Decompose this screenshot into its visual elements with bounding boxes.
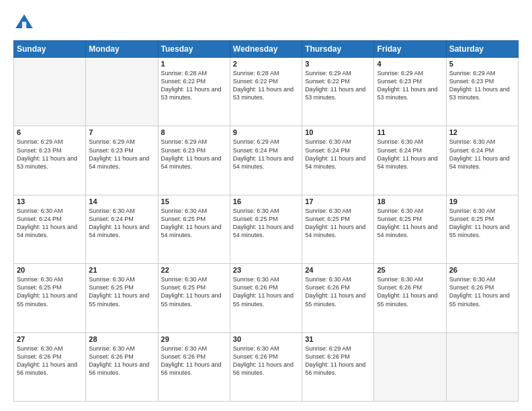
calendar-cell: 27Sunrise: 6:30 AMSunset: 6:26 PMDayligh… (14, 332, 86, 401)
calendar-week-1: 1Sunrise: 6:28 AMSunset: 6:22 PMDaylight… (14, 58, 519, 126)
calendar-cell: 7Sunrise: 6:29 AMSunset: 6:23 PMDaylight… (86, 126, 158, 195)
calendar-cell: 8Sunrise: 6:29 AMSunset: 6:23 PMDaylight… (158, 126, 230, 195)
day-number: 13 (17, 197, 83, 205)
cell-info: Sunrise: 6:30 AMSunset: 6:24 PMDaylight:… (305, 138, 371, 171)
calendar-cell: 6Sunrise: 6:29 AMSunset: 6:23 PMDaylight… (14, 126, 86, 195)
calendar-week-3: 13Sunrise: 6:30 AMSunset: 6:24 PMDayligh… (14, 195, 519, 263)
calendar-cell (14, 58, 86, 126)
day-number: 3 (305, 60, 371, 68)
calendar-cell: 11Sunrise: 6:30 AMSunset: 6:24 PMDayligh… (374, 126, 446, 195)
calendar-cell: 9Sunrise: 6:29 AMSunset: 6:24 PMDaylight… (230, 126, 302, 195)
day-number: 9 (233, 128, 299, 136)
cell-info: Sunrise: 6:28 AMSunset: 6:22 PMDaylight:… (233, 69, 299, 102)
cell-info: Sunrise: 6:30 AMSunset: 6:25 PMDaylight:… (449, 207, 515, 240)
calendar-cell: 22Sunrise: 6:30 AMSunset: 6:25 PMDayligh… (158, 264, 230, 332)
day-number: 16 (233, 197, 299, 205)
cell-info: Sunrise: 6:30 AMSunset: 6:26 PMDaylight:… (89, 345, 154, 377)
calendar-cell: 31Sunrise: 6:29 AMSunset: 6:26 PMDayligh… (302, 332, 374, 401)
calendar-cell: 12Sunrise: 6:30 AMSunset: 6:24 PMDayligh… (446, 126, 518, 195)
cell-info: Sunrise: 6:30 AMSunset: 6:25 PMDaylight:… (377, 207, 443, 240)
calendar-cell: 10Sunrise: 6:30 AMSunset: 6:24 PMDayligh… (302, 126, 374, 195)
calendar-cell: 25Sunrise: 6:30 AMSunset: 6:26 PMDayligh… (374, 264, 446, 332)
calendar-cell: 30Sunrise: 6:30 AMSunset: 6:26 PMDayligh… (230, 332, 302, 401)
calendar-cell: 13Sunrise: 6:30 AMSunset: 6:24 PMDayligh… (14, 195, 86, 263)
cell-info: Sunrise: 6:29 AMSunset: 6:22 PMDaylight:… (305, 69, 371, 102)
calendar-cell: 24Sunrise: 6:30 AMSunset: 6:26 PMDayligh… (302, 264, 374, 332)
cell-info: Sunrise: 6:30 AMSunset: 6:26 PMDaylight:… (17, 345, 83, 377)
calendar-cell: 14Sunrise: 6:30 AMSunset: 6:24 PMDayligh… (86, 195, 158, 263)
calendar-week-4: 20Sunrise: 6:30 AMSunset: 6:25 PMDayligh… (14, 264, 519, 332)
calendar-cell: 26Sunrise: 6:30 AMSunset: 6:26 PMDayligh… (446, 264, 518, 332)
calendar-cell: 20Sunrise: 6:30 AMSunset: 6:25 PMDayligh… (14, 264, 86, 332)
cell-info: Sunrise: 6:29 AMSunset: 6:24 PMDaylight:… (233, 138, 299, 171)
day-number: 20 (17, 266, 83, 274)
cell-info: Sunrise: 6:29 AMSunset: 6:23 PMDaylight:… (89, 138, 154, 171)
page: SundayMondayTuesdayWednesdayThursdayFrid… (0, 0, 532, 411)
calendar-cell: 1Sunrise: 6:28 AMSunset: 6:22 PMDaylight… (158, 58, 230, 126)
cell-info: Sunrise: 6:30 AMSunset: 6:25 PMDaylight:… (233, 207, 299, 240)
day-number: 12 (449, 128, 515, 136)
cell-info: Sunrise: 6:30 AMSunset: 6:26 PMDaylight:… (449, 275, 515, 308)
calendar-cell: 23Sunrise: 6:30 AMSunset: 6:26 PMDayligh… (230, 264, 302, 332)
day-number: 11 (377, 128, 443, 136)
day-header-thursday: Thursday (302, 41, 374, 58)
calendar-week-5: 27Sunrise: 6:30 AMSunset: 6:26 PMDayligh… (14, 332, 519, 401)
cell-info: Sunrise: 6:30 AMSunset: 6:26 PMDaylight:… (233, 345, 299, 377)
day-number: 6 (17, 128, 83, 136)
day-number: 30 (233, 335, 299, 343)
cell-info: Sunrise: 6:30 AMSunset: 6:24 PMDaylight:… (89, 207, 154, 240)
cell-info: Sunrise: 6:30 AMSunset: 6:24 PMDaylight:… (377, 138, 443, 171)
calendar-cell (374, 332, 446, 401)
cell-info: Sunrise: 6:30 AMSunset: 6:26 PMDaylight:… (377, 275, 443, 308)
day-number: 28 (89, 335, 154, 343)
day-number: 17 (305, 197, 371, 205)
calendar-cell: 5Sunrise: 6:29 AMSunset: 6:23 PMDaylight… (446, 58, 518, 126)
cell-info: Sunrise: 6:30 AMSunset: 6:26 PMDaylight:… (305, 275, 371, 308)
calendar-cell (446, 332, 518, 401)
day-header-saturday: Saturday (446, 41, 518, 58)
day-number: 24 (305, 266, 371, 274)
day-number: 4 (377, 60, 443, 68)
calendar-cell (86, 58, 158, 126)
day-number: 5 (449, 60, 515, 68)
calendar-cell: 3Sunrise: 6:29 AMSunset: 6:22 PMDaylight… (302, 58, 374, 126)
day-number: 8 (161, 128, 227, 136)
calendar-cell: 2Sunrise: 6:28 AMSunset: 6:22 PMDaylight… (230, 58, 302, 126)
header (13, 12, 519, 34)
day-number: 22 (161, 266, 227, 274)
calendar-cell: 4Sunrise: 6:29 AMSunset: 6:23 PMDaylight… (374, 58, 446, 126)
day-number: 26 (449, 266, 515, 274)
cell-info: Sunrise: 6:30 AMSunset: 6:26 PMDaylight:… (233, 275, 299, 308)
calendar-cell: 29Sunrise: 6:30 AMSunset: 6:26 PMDayligh… (158, 332, 230, 401)
logo (13, 12, 39, 34)
calendar-header-row: SundayMondayTuesdayWednesdayThursdayFrid… (14, 41, 519, 58)
calendar-cell: 17Sunrise: 6:30 AMSunset: 6:25 PMDayligh… (302, 195, 374, 263)
day-number: 19 (449, 197, 515, 205)
calendar-table: SundayMondayTuesdayWednesdayThursdayFrid… (13, 40, 519, 402)
cell-info: Sunrise: 6:29 AMSunset: 6:23 PMDaylight:… (161, 138, 227, 171)
cell-info: Sunrise: 6:29 AMSunset: 6:26 PMDaylight:… (305, 345, 371, 377)
day-header-monday: Monday (86, 41, 158, 58)
calendar-cell: 15Sunrise: 6:30 AMSunset: 6:25 PMDayligh… (158, 195, 230, 263)
cell-info: Sunrise: 6:30 AMSunset: 6:25 PMDaylight:… (17, 275, 83, 308)
calendar-cell: 19Sunrise: 6:30 AMSunset: 6:25 PMDayligh… (446, 195, 518, 263)
day-header-wednesday: Wednesday (230, 41, 302, 58)
calendar-cell: 18Sunrise: 6:30 AMSunset: 6:25 PMDayligh… (374, 195, 446, 263)
day-number: 27 (17, 335, 83, 343)
cell-info: Sunrise: 6:29 AMSunset: 6:23 PMDaylight:… (17, 138, 83, 171)
day-header-tuesday: Tuesday (158, 41, 230, 58)
day-number: 1 (161, 60, 227, 68)
cell-info: Sunrise: 6:29 AMSunset: 6:23 PMDaylight:… (377, 69, 443, 102)
day-number: 29 (161, 335, 227, 343)
cell-info: Sunrise: 6:29 AMSunset: 6:23 PMDaylight:… (449, 69, 515, 102)
cell-info: Sunrise: 6:30 AMSunset: 6:25 PMDaylight:… (161, 275, 227, 308)
calendar-week-2: 6Sunrise: 6:29 AMSunset: 6:23 PMDaylight… (14, 126, 519, 195)
day-number: 15 (161, 197, 227, 205)
calendar-cell: 21Sunrise: 6:30 AMSunset: 6:25 PMDayligh… (86, 264, 158, 332)
svg-rect-2 (22, 21, 26, 28)
cell-info: Sunrise: 6:30 AMSunset: 6:25 PMDaylight:… (305, 207, 371, 240)
day-number: 21 (89, 266, 154, 274)
logo-icon (13, 12, 35, 34)
day-number: 10 (305, 128, 371, 136)
day-number: 23 (233, 266, 299, 274)
